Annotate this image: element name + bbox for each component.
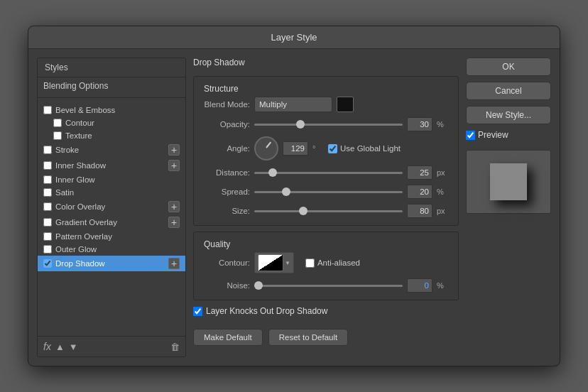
distance-input[interactable]: 25 — [407, 165, 432, 180]
center-panel: Drop Shadow Structure Blend Mode: Multip… — [193, 58, 459, 357]
inner-glow-label: Inner Glow — [55, 175, 95, 184]
left-panel-footer: fx ▲ ▼ 🗑 — [38, 336, 185, 356]
new-style-button[interactable]: New Style... — [466, 106, 551, 124]
delete-style-icon[interactable]: 🗑 — [170, 342, 180, 352]
inner-shadow-label: Inner Shadow — [55, 161, 106, 170]
distance-label: Distance: — [204, 168, 250, 177]
bevel-emboss-checkbox[interactable] — [43, 106, 52, 114]
spread-input[interactable]: 20 — [407, 185, 432, 199]
use-global-light-checkbox[interactable] — [328, 144, 337, 153]
move-up-icon[interactable]: ▲ — [55, 342, 65, 352]
size-input[interactable]: 80 — [407, 204, 432, 218]
anti-aliased-label: Anti-aliased — [305, 258, 360, 268]
sidebar-item-contour[interactable]: Contour — [38, 116, 185, 129]
sidebar-item-gradient-overlay[interactable]: Gradient Overlay + — [38, 214, 185, 230]
satin-checkbox[interactable] — [43, 188, 52, 197]
gradient-overlay-checkbox[interactable] — [43, 218, 52, 227]
left-panel: Styles Blending Options Bevel & Emboss C… — [37, 58, 186, 357]
drop-shadow-plus-button[interactable]: + — [168, 258, 180, 269]
drop-shadow-checkbox[interactable] — [43, 259, 52, 268]
gradient-overlay-plus-button[interactable]: + — [168, 217, 180, 228]
size-unit: px — [437, 207, 448, 215]
sidebar-item-drop-shadow[interactable]: Drop Shadow + — [38, 256, 185, 271]
bevel-emboss-label: Bevel & Emboss — [55, 106, 115, 114]
stroke-checkbox[interactable] — [43, 146, 52, 154]
layer-style-dialog: Layer Style Styles Blending Options Beve… — [28, 26, 560, 366]
sidebar-item-stroke[interactable]: Stroke + — [38, 142, 185, 158]
sidebar-item-color-overlay[interactable]: Color Overlay + — [38, 199, 185, 214]
contour-dropdown[interactable]: ▼ — [254, 252, 294, 273]
layer-knocks-checkbox[interactable] — [193, 307, 202, 316]
color-overlay-checkbox[interactable] — [43, 202, 52, 211]
right-panel: OK Cancel New Style... Preview — [466, 58, 551, 357]
sidebar-item-inner-shadow[interactable]: Inner Shadow + — [38, 158, 185, 173]
layer-knocks-row: Layer Knocks Out Drop Shadow — [193, 306, 459, 316]
preview-label: Preview — [478, 130, 508, 140]
spread-slider[interactable] — [254, 191, 403, 193]
layer-knocks-label: Layer Knocks Out Drop Shadow — [206, 306, 327, 316]
ok-button[interactable]: OK — [466, 58, 551, 76]
stroke-label: Stroke — [55, 146, 79, 154]
sidebar-item-outer-glow[interactable]: Outer Glow — [38, 243, 185, 256]
contour-label: Contour: — [204, 258, 250, 267]
cancel-button[interactable]: Cancel — [466, 82, 551, 100]
drop-shadow-label: Drop Shadow — [55, 259, 105, 268]
opacity-label: Opacity: — [204, 120, 250, 129]
angle-dial[interactable] — [254, 136, 278, 160]
sidebar-item-satin[interactable]: Satin — [38, 186, 185, 199]
preview-square — [490, 163, 527, 200]
styles-list: Bevel & Emboss Contour Texture Stroke + — [38, 101, 185, 336]
contour-preview — [258, 254, 283, 271]
stroke-plus-button[interactable]: + — [168, 144, 180, 156]
contour-checkbox[interactable] — [53, 119, 62, 127]
inner-shadow-plus-button[interactable]: + — [168, 160, 180, 171]
inner-glow-checkbox[interactable] — [43, 175, 52, 184]
preview-checkbox[interactable] — [466, 131, 475, 140]
angle-row: Angle: 129 ° Use Global Light — [204, 136, 448, 160]
make-default-button[interactable]: Make Default — [193, 329, 263, 346]
blend-mode-color-swatch[interactable] — [337, 97, 354, 112]
bottom-buttons: Make Default Reset to Default — [193, 329, 459, 346]
styles-header: Styles — [38, 58, 185, 77]
inner-shadow-checkbox[interactable] — [43, 161, 52, 170]
noise-slider[interactable] — [254, 285, 403, 287]
noise-input[interactable]: 0 — [407, 278, 432, 293]
quality-title: Quality — [204, 239, 448, 249]
angle-label: Angle: — [204, 144, 250, 153]
sidebar-item-texture[interactable]: Texture — [38, 129, 185, 142]
blend-mode-row: Blend Mode: Multiply Normal Screen Overl… — [204, 97, 448, 112]
structure-group: Structure Blend Mode: Multiply Normal Sc… — [193, 76, 459, 226]
blend-mode-select[interactable]: Multiply Normal Screen Overlay — [254, 97, 332, 112]
sidebar-item-bevel-emboss[interactable]: Bevel & Emboss — [38, 104, 185, 116]
blending-options-item[interactable]: Blending Options — [38, 77, 185, 94]
outer-glow-checkbox[interactable] — [43, 245, 52, 254]
anti-aliased-checkbox[interactable] — [305, 258, 315, 268]
angle-input[interactable]: 129 — [283, 141, 308, 156]
fx-icon[interactable]: fx — [43, 341, 51, 352]
size-slider[interactable] — [254, 210, 403, 212]
pattern-overlay-label: Pattern Overlay — [55, 232, 112, 241]
satin-label: Satin — [55, 188, 74, 197]
opacity-unit: % — [437, 120, 448, 129]
size-row: Size: 80 px — [204, 204, 448, 218]
sidebar-item-inner-glow[interactable]: Inner Glow — [38, 173, 185, 186]
dialog-title: Layer Style — [28, 26, 560, 49]
distance-unit: px — [437, 168, 448, 177]
opacity-input[interactable]: 30 — [407, 117, 432, 131]
distance-slider[interactable] — [254, 172, 403, 174]
contour-row: Contour: ▼ Anti-aliased — [204, 252, 448, 273]
opacity-slider[interactable] — [254, 124, 403, 126]
opacity-row: Opacity: 30 % — [204, 117, 448, 131]
texture-checkbox[interactable] — [53, 131, 62, 140]
noise-row: Noise: 0 % — [204, 278, 448, 293]
size-label: Size: — [204, 207, 250, 215]
color-overlay-plus-button[interactable]: + — [168, 201, 180, 212]
reset-default-button[interactable]: Reset to Default — [268, 329, 348, 346]
sidebar-item-pattern-overlay[interactable]: Pattern Overlay — [38, 230, 185, 243]
pattern-overlay-checkbox[interactable] — [43, 232, 52, 241]
move-down-icon[interactable]: ▼ — [69, 342, 78, 352]
texture-label: Texture — [65, 131, 92, 140]
contour-label: Contour — [65, 119, 94, 127]
spread-row: Spread: 20 % — [204, 185, 448, 199]
spread-unit: % — [437, 187, 448, 196]
